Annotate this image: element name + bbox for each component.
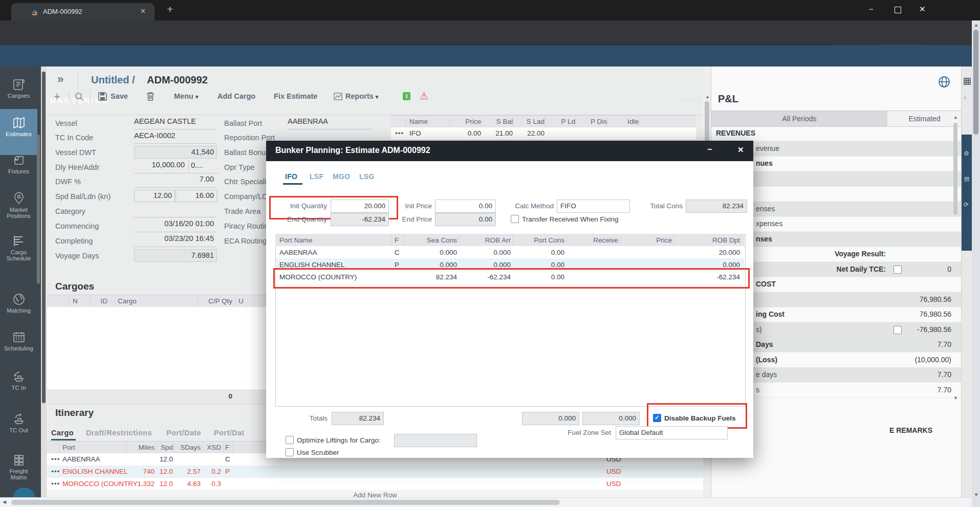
itinerary-row-2[interactable]: ••• ENGLISH CHANNEL 740 12.0 2.57 0.2 P … (47, 466, 703, 478)
speed-ballast-field[interactable]: 12.00 (134, 190, 175, 202)
browser-vscrollbar-thumb[interactable] (973, 30, 978, 135)
modal-tab-lsg[interactable]: LSG (359, 172, 375, 181)
right-rail-blue-panel: ⚙ ▤ ⟳ (962, 135, 972, 251)
browser-hscrollbar-thumb[interactable] (11, 500, 560, 505)
pnl-checkbox[interactable] (894, 326, 902, 334)
sidebar-item-matching[interactable]: Matching (0, 293, 37, 314)
lock-status-icon[interactable] (402, 92, 411, 101)
save-button[interactable]: Save (111, 92, 128, 100)
add-icon[interactable]: + (54, 90, 60, 103)
fuel-zone-set-input[interactable]: Global Default (616, 426, 728, 439)
toolbar-divider (69, 92, 69, 101)
browser-scroll-down-icon[interactable]: ▼ (974, 492, 978, 497)
dwf-field[interactable]: 7.00 (134, 175, 216, 188)
reports-button[interactable]: Reports ▾ (345, 92, 378, 100)
modal-tab-lsf[interactable]: LSF (310, 172, 323, 181)
fixtures-icon (12, 153, 26, 167)
new-tab-icon[interactable]: + (167, 3, 173, 15)
optimize-liftings-checkbox[interactable] (286, 436, 294, 444)
sidebar-item-market-positions[interactable]: Market Positions (0, 192, 37, 219)
sidebar-item-cargo-schedule[interactable]: Cargo Schedule (0, 234, 37, 261)
fuel-table-row[interactable]: ••• IFO 0.00 21.00 22.00 (391, 127, 696, 140)
ballast-port-field[interactable]: AABENRAA (288, 117, 373, 129)
row-handle-icon[interactable]: ••• (51, 468, 60, 475)
scroll-up-icon[interactable]: ▲ (705, 94, 710, 99)
dly-hire-field[interactable]: 10,000.00 (134, 161, 187, 173)
sidebar-item-fixtures[interactable]: Fixtures (0, 153, 37, 174)
browser-hscrollbar[interactable]: ◀ (0, 497, 972, 507)
bunker-table-header: Port Name F Sea Cons ROB Arr Port Cons R… (275, 234, 745, 247)
map-pin-icon (12, 192, 26, 205)
sidebar-item-cargoes[interactable]: Cargoes (0, 78, 37, 99)
modal-close-icon[interactable]: ✕ (737, 145, 744, 155)
itinerary-title: Itinerary (55, 407, 94, 418)
document-icon[interactable]: ▤ (964, 175, 969, 182)
completing-field[interactable]: 03/23/20 16:45 (134, 234, 216, 247)
pnl-period-header[interactable]: All Periods (711, 111, 887, 127)
modal-tab-ifo[interactable]: IFO (285, 172, 297, 181)
tab-close-icon[interactable]: ✕ (140, 7, 146, 15)
end-price-field: 0.00 (435, 213, 496, 226)
globe-network-icon[interactable] (938, 76, 950, 88)
add-cargo-button[interactable]: Add Cargo (217, 92, 255, 100)
row-handle-icon[interactable]: ••• (395, 129, 404, 137)
itinerary-tab-draft[interactable]: Draft/Restrictions (86, 429, 152, 437)
sidebar-item-scheduling[interactable]: Scheduling (0, 330, 37, 351)
modal-tab-underline (283, 183, 302, 185)
modal-minimize-icon[interactable]: − (707, 145, 712, 154)
pnl-scrollbar-thumb[interactable] (953, 123, 957, 215)
window-close-icon[interactable]: ✕ (919, 5, 926, 14)
row-handle-icon[interactable]: ••• (51, 455, 60, 463)
reports-chart-icon (334, 93, 342, 100)
itinerary-tab-port-date[interactable]: Port/Date (166, 429, 201, 437)
gear-icon[interactable]: ⚙ (964, 150, 969, 157)
speed-laden-field[interactable]: 16.00 (176, 190, 217, 202)
content-vscrollbar-thumb[interactable] (42, 72, 46, 403)
pnl-scroll-up-icon[interactable]: ▲ (953, 115, 958, 120)
sidebar-item-freight-matrix[interactable]: Freight Matrix (0, 453, 37, 480)
use-scrubber-checkbox[interactable] (286, 448, 294, 456)
tce-checkbox[interactable] (894, 266, 902, 274)
validation-warning-icon[interactable]: ⚠ (420, 90, 428, 102)
collapse-left-icon[interactable]: ‹ (964, 94, 966, 100)
browser-vscrollbar[interactable]: ▲ ▼ (972, 20, 980, 507)
itinerary-tab-cargo[interactable]: Cargo (51, 429, 74, 437)
itinerary-row-3[interactable]: ••• MOROCCO (COUNTRY 1,332 12.0 4.63 0.3… (47, 478, 703, 491)
pnl-scroll-down-icon[interactable]: ▼ (953, 395, 958, 401)
calc-method-label: Calc Method (510, 202, 554, 210)
expand-panel-icon[interactable]: » (57, 73, 63, 86)
tc-in-code-field[interactable]: AECA-I0002 (134, 131, 216, 144)
calc-method-select[interactable]: FIFO (557, 200, 630, 213)
itinerary-tab-port-date-2[interactable]: Port/Dat (214, 429, 245, 437)
browser-tab[interactable]: ADM-000992 ✕ (11, 3, 155, 20)
browser-scroll-left-icon[interactable]: ◀ (3, 499, 6, 504)
addr-comm-field[interactable]: 0.... (188, 161, 219, 173)
transfer-received-checkbox[interactable] (511, 215, 519, 223)
delete-icon[interactable] (146, 92, 155, 101)
modal-tab-mgo[interactable]: MGO (333, 172, 350, 181)
sidebar-item-tc-out[interactable]: TC Out (0, 412, 37, 433)
window-maximize-icon[interactable] (895, 7, 901, 13)
fuel-zone-set-label: Fuel Zone Set (560, 429, 611, 436)
browser-scroll-up-icon[interactable]: ▲ (974, 23, 978, 28)
reports-caret-icon: ▾ (376, 94, 379, 100)
menu-button[interactable]: Menu ▾ (174, 92, 198, 100)
dly-hire-label: Dly Hire/Addr (55, 163, 99, 171)
search-icon[interactable] (75, 92, 84, 101)
init-price-input[interactable]: 0.00 (435, 200, 496, 213)
sidebar-item-estimates[interactable]: Estimates (0, 109, 37, 155)
modal-header[interactable]: Bunker Planning: Estimate ADM-000992 − ✕ (266, 141, 753, 161)
fix-estimate-button[interactable]: Fix Estimate (274, 92, 317, 100)
commencing-field[interactable]: 03/16/20 01:00 (134, 219, 216, 232)
category-field[interactable] (134, 205, 216, 217)
bunker-row-1[interactable]: AABENRAA C 0.000 0.000 0.00 20.000 (276, 246, 744, 259)
window-minimize-icon[interactable]: − (869, 5, 874, 13)
row-handle-icon[interactable]: ••• (51, 480, 60, 488)
save-icon[interactable] (98, 92, 107, 101)
sidebar-item-tc-in[interactable]: TC In (0, 370, 37, 391)
vessel-field[interactable]: AEGEAN CASTLE (134, 117, 216, 129)
sidebar-scrollbar[interactable] (37, 135, 40, 284)
sync-icon[interactable]: ⟳ (964, 201, 969, 208)
grid-view-icon[interactable] (964, 78, 971, 85)
breadcrumb-untitled[interactable]: Untitled / (91, 74, 135, 86)
